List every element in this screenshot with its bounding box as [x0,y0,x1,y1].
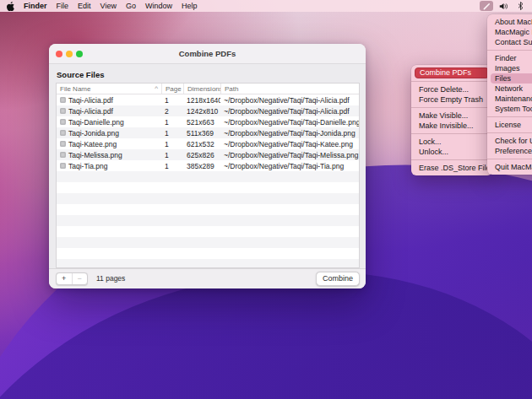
macmagic-pencil-icon[interactable] [480,1,493,11]
sort-ascending-icon[interactable]: ^ [155,85,158,92]
table-row[interactable]: Taqi-Tia.png1385x289~/Dropbox/Negative/T… [57,160,359,171]
column-header-path[interactable]: Path [220,84,359,94]
menu-item-images[interactable]: Images [487,63,532,73]
menu-item-quit-macmagic[interactable]: Quit MacMagic [487,162,532,172]
file-thumbnail-icon [60,163,66,169]
menubar-item-go[interactable]: Go [126,2,136,10]
menu-separator [487,132,532,133]
submenu-item-make-visible[interactable]: Make Visible... [411,111,492,121]
table-row[interactable]: Taqi-Jonida.png1511x369~/Dropbox/Negativ… [57,127,359,138]
cell-path: ~/Dropbox/Negative/Taqi/Taqi-Melissa.png [220,151,359,159]
menu-separator [487,116,532,117]
submenu-item-force-delete[interactable]: Force Delete... [411,84,492,94]
menu-bar: Finder File Edit View Go Window Help [0,0,532,12]
menubar-item-view[interactable]: View [100,2,117,10]
zoom-button[interactable] [76,51,83,57]
cell-path: ~/Dropbox/Negative/Taqi/Taqi-Tia.png [220,162,359,170]
menu-item-files[interactable]: Files▶ [491,73,532,84]
pages-count-label: 11 pages [96,274,125,283]
file-thumbnail-icon [60,97,66,103]
source-files-label: Source Files [57,70,366,79]
menu-separator [411,133,492,134]
table-row[interactable]: Taqi-Katee.png1621x532~/Dropbox/Negative… [57,138,359,149]
cell-dimensions: 621x532 [183,140,220,148]
cell-page: 1 [161,140,183,148]
menu-item-system-tools[interactable]: System Tools [487,104,532,114]
cell-dimensions: 385x289 [183,162,220,170]
submenu-item-unlock[interactable]: Unlock... [411,147,492,157]
file-thumbnail-icon [60,108,66,114]
menu-separator [411,159,492,160]
column-header-file-name[interactable]: File Name ^ [57,84,161,94]
cell-file-name: Taqi-Melissa.png [57,151,161,159]
submenu-item-erase-ds-store-files[interactable]: Erase .DS_Store Files... [411,163,492,173]
apple-icon[interactable] [7,2,14,11]
table-row[interactable]: Taqi-Alicia.pdf11218x1640~/Dropbox/Negat… [57,94,359,105]
bluetooth-icon[interactable] [513,1,527,11]
table-row[interactable]: Taqi-Melissa.png1625x826~/Dropbox/Negati… [57,149,359,160]
cell-path: ~/Dropbox/Negative/Taqi/Taqi-Katee.png [220,140,359,148]
menu-separator [487,159,532,159]
menubar-item-file[interactable]: File [57,2,69,10]
volume-icon[interactable] [497,1,510,11]
cell-file-name: Taqi-Danielle.png [57,118,161,127]
table-header: File Name ^ Page Dimensions Path [57,84,359,94]
window-titlebar[interactable]: Combine PDFs [49,44,366,64]
menu-item-macmagic-help[interactable]: MacMagic Help [487,27,532,37]
menubar-item-edit[interactable]: Edit [78,2,91,10]
source-files-table: File Name ^ Page Dimensions Path Taqi-Al… [56,83,360,267]
menu-item-about-macmagic[interactable]: About MacMagic [487,17,532,27]
menu-item-contact-support[interactable]: Contact Support [487,37,532,47]
window-title: Combine PDFs [179,49,236,58]
table-row[interactable]: Taqi-Danielle.png1521x663~/Dropbox/Negat… [57,116,359,127]
submenu-item-force-empty-trash[interactable]: Force Empty Trash [411,94,492,105]
combine-button[interactable]: Combine [316,272,360,286]
submenu-item-lock[interactable]: Lock... [411,137,492,147]
minimize-button[interactable] [66,51,73,57]
table-row[interactable]: Taqi-Alicia.pdf21242x810~/Dropbox/Negati… [57,105,359,116]
cell-page: 1 [161,118,183,127]
cell-page: 2 [161,107,183,116]
cell-dimensions: 1242x810 [183,107,220,116]
cell-page: 1 [161,96,183,105]
cell-path: ~/Dropbox/Negative/Taqi/Taqi-Alicia.pdf [220,107,359,116]
cell-path: ~/Dropbox/Negative/Taqi/Taqi-Jonida.png [220,129,359,137]
cell-dimensions: 625x826 [183,151,220,159]
cell-file-name: Taqi-Tia.png [57,162,161,170]
add-file-button[interactable]: + [57,273,72,284]
menu-item-license[interactable]: License [487,120,532,130]
submenu-item-combine-pdfs[interactable]: Combine PDFs [415,67,489,78]
cell-file-name: Taqi-Alicia.pdf [57,96,161,105]
column-header-page[interactable]: Page [161,84,183,94]
menubar-item-window[interactable]: Window [145,2,172,10]
file-thumbnail-icon [60,152,66,158]
menu-separator [411,81,492,82]
file-thumbnail-icon [60,141,66,147]
add-remove-stepper[interactable]: + − [56,272,88,285]
submenu-item-make-invisible[interactable]: Make Invisible... [411,121,492,131]
macmagic-menu: About MacMagicMacMagic HelpContact Suppo… [487,14,532,175]
window-footer: + − 11 pages Combine [49,268,366,288]
cell-file-name: Taqi-Katee.png [57,140,161,148]
menu-separator [411,107,492,108]
cell-dimensions: 511x369 [183,129,220,137]
menu-item-preferences[interactable]: Preferences... [487,146,532,156]
files-submenu: Combine PDFsForce Delete...Force Empty T… [411,65,492,175]
cell-dimensions: 1218x1640 [183,96,220,105]
menu-item-maintenance[interactable]: Maintenance [487,94,532,104]
cell-page: 1 [161,151,183,159]
combine-pdfs-window: Combine PDFs Source Files File Name ^ Pa… [49,44,366,288]
column-header-dimensions[interactable]: Dimensions [183,84,220,94]
menu-item-finder[interactable]: Finder [487,53,532,63]
menubar-item-help[interactable]: Help [182,2,198,10]
remove-file-button[interactable]: − [72,273,88,284]
menu-separator [487,50,532,51]
cell-page: 1 [161,162,183,170]
menubar-app-finder[interactable]: Finder [24,2,47,10]
close-button[interactable] [56,51,62,57]
cell-dimensions: 521x663 [183,118,220,127]
menu-item-network[interactable]: Network [487,84,532,94]
cell-path: ~/Dropbox/Negative/Taqi/Taqi-Alicia.pdf [220,96,359,105]
menu-item-check-for-updates[interactable]: Check for Updates... [487,136,532,146]
cell-file-name: Taqi-Alicia.pdf [57,107,161,116]
